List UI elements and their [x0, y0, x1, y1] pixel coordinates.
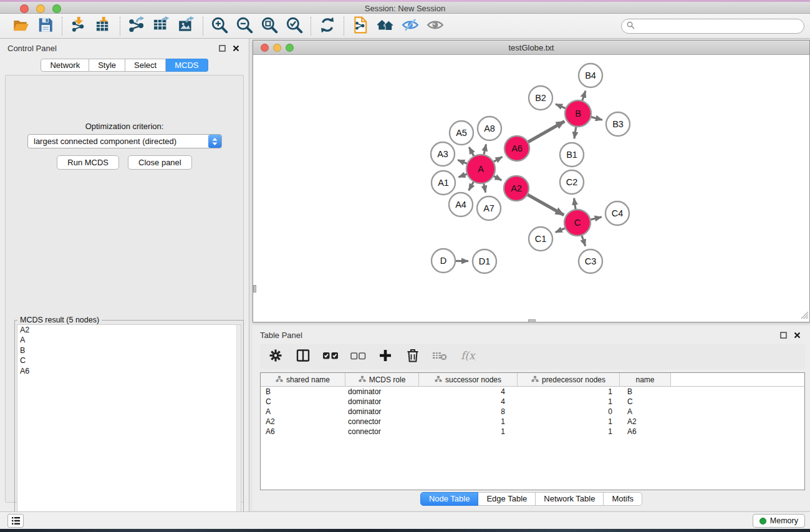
tab-node-table[interactable]: Node Table	[420, 492, 479, 506]
close-panel-button[interactable]: Close panel	[128, 155, 192, 170]
cell[interactable]: 1	[518, 427, 620, 436]
edge-B-B3[interactable]	[589, 117, 602, 120]
cell[interactable]: A6	[620, 427, 671, 436]
network-from-selection-button[interactable]	[350, 16, 371, 37]
export-network-button[interactable]	[126, 16, 147, 37]
node-B1[interactable]: B1	[560, 143, 584, 167]
node-B3[interactable]: B3	[606, 112, 630, 136]
import-table-button[interactable]	[93, 16, 114, 37]
zoom-out-button[interactable]	[234, 16, 255, 37]
zoom-in-button[interactable]	[209, 16, 230, 37]
tab-network[interactable]: Network	[41, 59, 89, 72]
settings-button[interactable]	[266, 347, 285, 366]
add-button[interactable]	[376, 347, 395, 366]
node-C1[interactable]: C1	[529, 227, 552, 251]
columns-button[interactable]	[294, 347, 312, 366]
task-history-button[interactable]	[7, 514, 24, 528]
node-A4[interactable]: A4	[449, 193, 473, 216]
node-A6[interactable]: A6	[504, 136, 529, 161]
criterion-dropdown[interactable]: largest connected component (directed)	[27, 134, 222, 148]
run-mcds-button[interactable]: Run MCDS	[57, 155, 119, 170]
edge-A6-B[interactable]	[527, 121, 565, 143]
cell[interactable]: 1	[518, 417, 620, 426]
hide-selected-button[interactable]	[400, 16, 421, 37]
mcds-result-item[interactable]: A2	[17, 325, 241, 335]
network-canvas[interactable]: B4B2BB3A5A8A6A3AB1A1C2A2A4A7C4CC1C3DD1	[253, 55, 809, 322]
function-button[interactable]: f(x)	[458, 347, 477, 366]
column-header-MCDS-role[interactable]: MCDS role	[345, 373, 419, 386]
cell[interactable]: B	[620, 387, 671, 396]
column-header-name[interactable]: name	[620, 373, 671, 386]
cell[interactable]: C	[620, 397, 671, 406]
node-A2[interactable]: A2	[504, 176, 529, 201]
cell[interactable]: B	[261, 387, 345, 396]
cell[interactable]: 4	[419, 397, 518, 406]
zoom-fit-button[interactable]	[259, 16, 280, 37]
tab-style[interactable]: Style	[89, 59, 125, 72]
node-A3[interactable]: A3	[431, 142, 455, 166]
mcds-result-item[interactable]: B	[17, 346, 241, 355]
node-D1[interactable]: D1	[473, 249, 496, 273]
delete-button[interactable]	[403, 347, 422, 366]
cell[interactable]: connector	[345, 417, 419, 426]
home-button[interactable]	[375, 16, 396, 37]
cell[interactable]: A	[620, 407, 671, 416]
node-B4[interactable]: B4	[579, 64, 602, 87]
node-D[interactable]: D	[432, 249, 455, 273]
table-row[interactable]: Adominator80A	[261, 407, 804, 417]
save-session-button[interactable]	[35, 16, 56, 37]
node-C3[interactable]: C3	[579, 249, 602, 273]
show-all-button[interactable]	[425, 16, 446, 37]
cell[interactable]: 1	[419, 417, 518, 426]
result-scrollbar[interactable]	[236, 325, 241, 531]
tab-select[interactable]: Select	[125, 59, 166, 72]
mcds-result-item[interactable]: A6	[17, 366, 241, 376]
mcds-result-list[interactable]: A2ABCA6	[17, 324, 241, 531]
cell[interactable]: C	[261, 397, 345, 406]
select-all-button[interactable]	[321, 347, 340, 366]
tab-motifs[interactable]: Motifs	[604, 492, 642, 506]
table-row[interactable]: Bdominator41B	[261, 387, 804, 397]
import-network-button[interactable]	[68, 16, 89, 37]
cell[interactable]: 1	[518, 397, 620, 406]
memory-button[interactable]: Memory	[753, 514, 805, 528]
edge-B-B1[interactable]	[574, 125, 576, 139]
cell[interactable]: connector	[345, 427, 419, 436]
node-C4[interactable]: C4	[605, 201, 629, 225]
node-A8[interactable]: A8	[478, 117, 501, 140]
close-panel-icon[interactable]	[231, 44, 240, 52]
mcds-result-item[interactable]: A	[17, 335, 241, 345]
tab-edge-table[interactable]: Edge Table	[478, 492, 536, 506]
column-header-successor-nodes[interactable]: successor nodes	[419, 373, 518, 386]
zoom-selected-button[interactable]	[284, 16, 305, 37]
refresh-layout-button[interactable]	[317, 16, 338, 37]
mcds-result-item[interactable]: C	[17, 355, 241, 365]
deselect-all-button[interactable]	[349, 347, 367, 366]
table-close-panel-icon[interactable]	[793, 331, 801, 339]
network-window-titlebar[interactable]: testGlobe.txt	[253, 41, 809, 55]
tab-mcds[interactable]: MCDS	[166, 59, 208, 72]
search-input[interactable]	[638, 20, 804, 32]
table-row[interactable]: A2connector11A2	[261, 417, 804, 427]
node-B2[interactable]: B2	[529, 86, 552, 110]
column-header-shared-name[interactable]: shared name	[261, 373, 345, 386]
cell[interactable]: A2	[620, 417, 671, 426]
cell[interactable]: A	[261, 407, 345, 416]
table-float-panel-icon[interactable]	[779, 331, 788, 339]
splitter-handle-left[interactable]	[253, 285, 256, 293]
cell[interactable]: 0	[518, 407, 620, 416]
open-session-button[interactable]	[10, 16, 31, 37]
export-table-button[interactable]	[151, 16, 172, 37]
node-C2[interactable]: C2	[560, 170, 584, 194]
export-image-button[interactable]	[176, 16, 197, 37]
cell[interactable]: A6	[261, 427, 345, 436]
cell[interactable]: dominator	[345, 397, 419, 406]
edge-A2-C[interactable]	[526, 194, 564, 215]
node-A5[interactable]: A5	[450, 121, 473, 145]
cell[interactable]: dominator	[345, 407, 419, 416]
node-A[interactable]: A	[466, 155, 495, 183]
cell[interactable]: dominator	[345, 387, 419, 396]
cell[interactable]: 8	[419, 407, 518, 416]
float-panel-icon[interactable]	[218, 44, 226, 52]
delete-table-button[interactable]	[431, 347, 450, 366]
